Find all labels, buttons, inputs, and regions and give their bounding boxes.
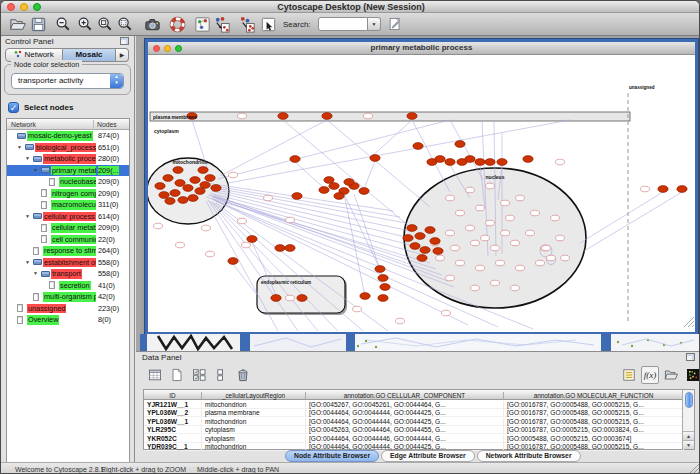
tree-row[interactable]: ▼primary metabo209(...: [7, 165, 129, 177]
destroy-network-icon[interactable]: [213, 15, 232, 34]
import-attributes-icon[interactable]: [662, 366, 680, 384]
attribute-table-icon[interactable]: [146, 366, 164, 384]
table-cell: [GO:0044464, GO:0044446, GO:0044444, G..…: [306, 435, 504, 443]
file-icon: [49, 178, 55, 186]
tree-row-nodes-count: 558(0): [98, 258, 119, 268]
float-panel-icon[interactable]: [120, 37, 129, 45]
status-zoom-hint: Right-click + drag to ZOOM: [101, 466, 186, 473]
tree-row[interactable]: multi-organism pro42(0): [7, 291, 129, 303]
app-titlebar[interactable]: Cytoscape Desktop (New Session): [1, 1, 700, 13]
file-icon: [49, 281, 55, 289]
data-panel: Data Panel f(x) ID _cellularLayoutRegion…: [136, 351, 700, 462]
attribute-table[interactable]: ID _cellularLayoutRegion annotation.GO C…: [143, 389, 695, 450]
network-view-window[interactable]: primary metabolic process plasma membran…: [145, 39, 698, 335]
unselect-attributes-icon[interactable]: [212, 366, 230, 384]
tree-row[interactable]: secretion41(0): [7, 280, 129, 292]
tree-row[interactable]: Overview8(0): [7, 314, 129, 326]
table-scrollbar[interactable]: ▲ ▼: [682, 390, 694, 449]
cytoscape-window: Cytoscape Desktop (New Session) Search: …: [0, 0, 700, 474]
search-input[interactable]: [318, 17, 368, 31]
tree-row[interactable]: nitrogen compo209(0): [7, 188, 129, 200]
tree-row[interactable]: ▼cellular process614(0): [7, 211, 129, 223]
network-tree-header: Network Nodes: [7, 119, 129, 130]
tree-column-network: Network: [11, 121, 36, 128]
tree-row-label: nucleobase-: [59, 177, 96, 187]
tree-row[interactable]: ▼biological_process651(0): [7, 142, 129, 154]
network-canvas[interactable]: plasma membranecytoplasmmitochondrionnuc…: [148, 55, 695, 332]
tree-row[interactable]: mosaic-demo-yeast874(0): [7, 130, 129, 142]
svg-text:plasma membrane: plasma membrane: [153, 114, 197, 120]
tree-row-label: Overview: [27, 315, 59, 325]
background-windows-strip: [136, 334, 700, 351]
table-cell: mitochondrion: [202, 401, 306, 409]
resize-grip-icon[interactable]: [688, 462, 700, 474]
disclosure-triangle-icon[interactable]: ▼: [25, 259, 30, 265]
table-row[interactable]: YKR052Ccytoplasm[GO:0044464, GO:0044446,…: [144, 434, 684, 443]
save-session-icon[interactable]: [29, 15, 48, 34]
network-overview-icon[interactable]: [193, 15, 212, 34]
zoom-fit-icon[interactable]: [96, 15, 115, 34]
delete-attribute-icon[interactable]: [234, 366, 252, 384]
scroll-up-icon[interactable]: ▲: [683, 431, 694, 440]
table-row[interactable]: YLR295Ccytoplasm[GO:0045263, GO:0044464,…: [144, 426, 684, 435]
attribute-matrix-icon[interactable]: [684, 366, 700, 384]
tree-row[interactable]: cell communicat22(0): [7, 234, 129, 246]
zoom-out-icon[interactable]: [54, 15, 73, 34]
tab-edge-attribute-browser[interactable]: Edge Attribute Browser: [381, 450, 475, 462]
attribute-table-header[interactable]: ID _cellularLayoutRegion annotation.GO C…: [144, 390, 684, 400]
scrollbar-thumb[interactable]: [685, 392, 693, 408]
tree-row[interactable]: ▼transport558(0): [7, 268, 129, 280]
zoom-selected-icon[interactable]: [116, 15, 135, 34]
tree-row[interactable]: cellular metabo209(0): [7, 222, 129, 234]
disclosure-triangle-icon[interactable]: ▼: [33, 270, 38, 276]
select-attributes-icon[interactable]: [190, 366, 208, 384]
column-id: ID: [144, 392, 202, 400]
tree-row-label: unassigned: [27, 304, 66, 314]
combobox-stepper-icon[interactable]: ▲▼: [110, 74, 123, 88]
search-dropdown-arrow[interactable]: ▼: [368, 17, 381, 31]
tree-row[interactable]: nucleobase-209(0): [7, 176, 129, 188]
table-cell: [GO:0016787, GO:0005488, GO:0005215, G..…: [504, 401, 684, 409]
table-cell: YPL036W__2: [144, 409, 202, 417]
disclosure-triangle-icon[interactable]: ▼: [25, 213, 30, 219]
table-row[interactable]: YJR121W__1mitochondrion[GO:0045267, GO:0…: [144, 400, 684, 409]
create-view-icon[interactable]: [238, 15, 257, 34]
network-tree-rows: mosaic-demo-yeast874(0)▼biological_proce…: [7, 130, 129, 473]
tab-node-attribute-browser[interactable]: Node Attribute Browser: [285, 450, 379, 462]
table-row[interactable]: YPL036W__2plasma membrane[GO:0044464, GO…: [144, 409, 684, 418]
network-tab-icon: [14, 50, 22, 58]
disclosure-triangle-icon[interactable]: ▼: [17, 144, 22, 150]
file-icon: [33, 247, 39, 255]
tab-network-attribute-browser[interactable]: Network Attribute Browser: [477, 450, 581, 462]
tree-row[interactable]: ▼metabolic process280(0): [7, 153, 129, 165]
network-window-title: primary metabolic process: [148, 43, 695, 52]
open-session-icon[interactable]: [8, 15, 27, 34]
node-color-combobox[interactable]: transporter activity ▲▼: [11, 73, 124, 89]
tab-overflow-arrow[interactable]: ▶: [116, 48, 129, 62]
zoom-in-icon[interactable]: [76, 15, 95, 34]
attribute-list-icon[interactable]: [620, 366, 638, 384]
select-nodes-checkbox[interactable]: ✓: [8, 102, 19, 113]
tree-row[interactable]: unassigned223(0): [7, 303, 129, 315]
main-toolbar: Search: ▼: [1, 13, 700, 36]
annotation-icon[interactable]: [259, 15, 278, 34]
scroll-down-icon[interactable]: ▼: [683, 440, 694, 449]
network-window-titlebar[interactable]: primary metabolic process: [148, 42, 695, 55]
formula-builder-icon[interactable]: f(x): [641, 366, 659, 384]
svg-text:endoplasmic reticulum: endoplasmic reticulum: [261, 280, 311, 285]
disclosure-triangle-icon[interactable]: ▼: [33, 167, 38, 173]
tree-row[interactable]: response to stimulu264(0): [7, 245, 129, 257]
table-cell: [GO:0045263, GO:0044464, GO:0044455, G..…: [306, 426, 504, 434]
help-icon[interactable]: [168, 15, 187, 34]
new-attribute-icon[interactable]: [168, 366, 186, 384]
search-options-icon[interactable]: [387, 16, 403, 32]
table-cell: YPL036W__1: [144, 418, 202, 426]
tree-row-label: cellular metabo: [51, 223, 96, 233]
table-row[interactable]: YPL036W__1mitochondrion[GO:0044464, GO:0…: [144, 417, 684, 426]
tree-row[interactable]: ▼establishment of lo558(0): [7, 257, 129, 269]
tree-row[interactable]: macromolecule311(0): [7, 199, 129, 211]
snapshot-icon[interactable]: [143, 15, 162, 34]
disclosure-triangle-icon[interactable]: ▼: [25, 155, 30, 161]
data-panel-float-icon[interactable]: [686, 353, 695, 361]
table-cell: YJR121W__1: [144, 401, 202, 409]
